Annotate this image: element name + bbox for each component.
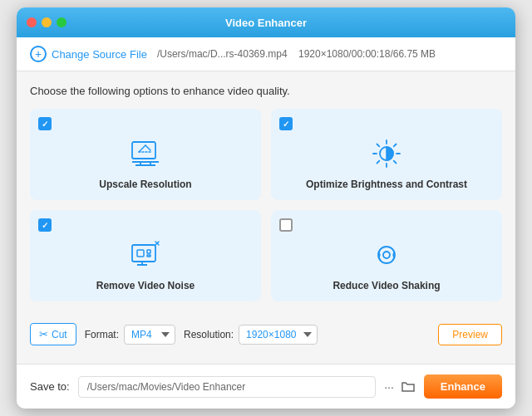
option-shaking: Reduce Video Shaking xyxy=(271,210,502,301)
svg-rect-18 xyxy=(137,250,144,257)
preview-button[interactable]: Preview xyxy=(438,324,502,345)
option-brightness: Optimize Brightness and Contrast xyxy=(271,109,502,200)
enhance-button[interactable]: Enhance xyxy=(424,374,502,399)
svg-rect-0 xyxy=(132,142,155,159)
footer-icons: ··· xyxy=(384,379,416,394)
file-path: /Users/mac/D...rs-40369.mp4 1920×1080/00… xyxy=(157,48,502,60)
option-noise: Remove Video Noise xyxy=(30,210,261,301)
instructions-text: Choose the following options to enhance … xyxy=(30,85,502,97)
close-button[interactable] xyxy=(27,17,37,27)
shaking-checkbox[interactable] xyxy=(279,218,293,232)
resolution-group: Resolution: 1920×1080 1280×720 3840×2160 xyxy=(184,325,318,345)
noise-icon xyxy=(127,237,164,273)
shaking-label: Reduce Video Shaking xyxy=(332,280,440,291)
change-source-label: Change Source File xyxy=(52,48,147,61)
resolution-select[interactable]: 1920×1080 1280×720 3840×2160 xyxy=(239,325,318,345)
save-path-input[interactable] xyxy=(78,376,376,398)
svg-rect-20 xyxy=(147,255,150,257)
toolbar: + Change Source File /Users/mac/D...rs-4… xyxy=(17,37,515,71)
noise-label: Remove Video Noise xyxy=(96,280,195,291)
change-source-button[interactable]: + Change Source File xyxy=(30,46,147,62)
minimize-button[interactable] xyxy=(42,17,52,27)
shaking-icon xyxy=(368,237,405,273)
upscale-checkbox[interactable] xyxy=(38,117,52,130)
title-bar: Video Enhancer xyxy=(17,7,515,37)
brightness-checkbox[interactable] xyxy=(279,117,293,130)
app-window: Video Enhancer + Change Source File /Use… xyxy=(17,7,515,409)
svg-line-15 xyxy=(394,144,397,147)
format-group: Format: MP4 MOV AVI MKV xyxy=(85,325,175,345)
options-grid: Upscale Resolution xyxy=(30,109,502,301)
folder-icon[interactable] xyxy=(401,379,416,394)
plus-icon: + xyxy=(30,46,47,62)
footer: Save to: ··· Enhance xyxy=(17,364,515,409)
brightness-icon xyxy=(368,135,405,172)
bottom-controls: ✂ Cut Format: MP4 MOV AVI MKV Resolution… xyxy=(30,315,502,350)
svg-point-26 xyxy=(383,252,390,258)
svg-line-14 xyxy=(394,161,397,164)
noise-checkbox[interactable] xyxy=(38,218,52,232)
svg-line-13 xyxy=(377,144,380,147)
cut-button[interactable]: ✂ Cut xyxy=(30,323,76,345)
option-upscale: Upscale Resolution xyxy=(30,109,261,200)
upscale-label: Upscale Resolution xyxy=(99,179,191,190)
scissors-icon: ✂ xyxy=(39,328,48,340)
main-content: Choose the following options to enhance … xyxy=(17,71,515,364)
svg-line-16 xyxy=(377,161,380,164)
maximize-button[interactable] xyxy=(57,17,66,27)
more-options-button[interactable]: ··· xyxy=(384,380,394,394)
svg-line-6 xyxy=(139,145,145,152)
upscale-icon xyxy=(127,135,164,172)
resolution-label: Resolution: xyxy=(184,329,234,340)
format-label: Format: xyxy=(85,329,119,340)
brightness-label: Optimize Brightness and Contrast xyxy=(306,179,467,190)
window-title: Video Enhancer xyxy=(225,17,307,29)
svg-line-5 xyxy=(145,145,150,150)
save-label: Save to: xyxy=(30,380,70,393)
format-select[interactable]: MP4 MOV AVI MKV xyxy=(124,325,175,345)
traffic-lights xyxy=(27,17,66,27)
svg-rect-19 xyxy=(147,250,150,253)
